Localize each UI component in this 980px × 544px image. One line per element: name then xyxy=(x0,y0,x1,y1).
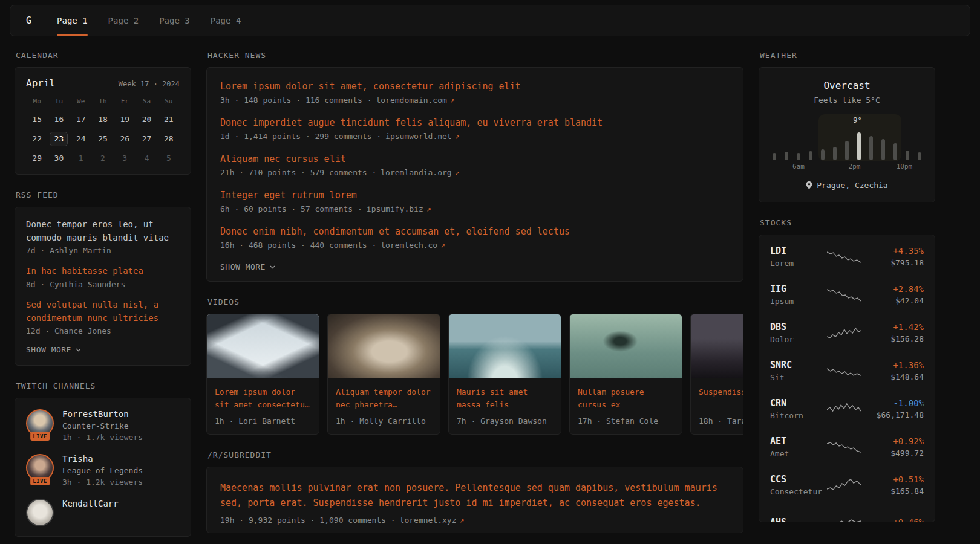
hn-domain-link[interactable]: loremdomain.com↗ xyxy=(376,96,454,105)
hn-story-link[interactable]: Aliquam nec cursus elit xyxy=(220,154,730,164)
stock-sparkline xyxy=(827,248,861,265)
video-info: Mauris sit amet massa felis 7h · Grayson… xyxy=(449,378,561,434)
weather-feels-like: Feels like 5°C xyxy=(771,96,923,105)
channel-name: Trisha xyxy=(62,454,143,464)
weather-time-axis: 6am 2pm 10pm xyxy=(771,163,923,171)
rss-item-link[interactable]: Donec tempor eros leo, ut commodo mauris… xyxy=(26,218,180,244)
channel-game: Counter-Strike xyxy=(62,421,143,430)
calendar-day-number: 21 xyxy=(160,113,178,128)
calendar-day-number: 25 xyxy=(94,132,112,147)
calendar-day-next-month: 2 xyxy=(92,151,114,166)
stock-row[interactable]: IIG Ipsum +2.84% $42.04 xyxy=(770,276,924,314)
stock-change: +1.42% xyxy=(866,322,924,332)
video-card[interactable]: Aliquam tempor dolor nec pharetra… 1h · … xyxy=(327,314,440,435)
stock-values: +2.84% $42.04 xyxy=(866,284,924,305)
calendar-day: 29 xyxy=(26,151,48,166)
calendar-day: 22 xyxy=(26,132,48,146)
calendar-day-number: 5 xyxy=(160,152,178,166)
stock-id: SNRC Sit xyxy=(770,360,822,382)
stock-row[interactable]: AET Amet +0.92% $499.72 xyxy=(770,428,924,466)
video-info: Aliquam tempor dolor nec pharetra… 1h · … xyxy=(328,378,440,434)
stock-ticker: LDI xyxy=(770,245,822,256)
video-thumbnail xyxy=(570,314,682,378)
hn-story: Donec imperdiet augue tincidunt felis al… xyxy=(220,117,730,141)
stock-values: +0.51% $165.84 xyxy=(866,474,924,496)
rss-item-meta: 12d · Chance Jones xyxy=(26,326,180,335)
hn-show-more-button[interactable]: SHOW MORE xyxy=(220,262,730,271)
section-title-calendar: CALENDAR xyxy=(16,51,190,60)
twitch-section: TWITCH CHANNELS LIVE ForrestBurton Count… xyxy=(15,381,191,537)
stock-id: AET Amet xyxy=(770,436,822,458)
channel-viewers: 3h · 1.2k viewers xyxy=(62,478,143,487)
reddit-domain-link[interactable]: loremnet.xyz↗ xyxy=(400,516,465,525)
tab-page-2[interactable]: Page 2 xyxy=(108,5,139,36)
video-card[interactable]: Nullam posuere cursus ex 17h · Stefan Co… xyxy=(569,314,682,435)
stock-values: -1.00% $66,171.48 xyxy=(866,398,924,419)
rss-show-more-button[interactable]: SHOW MORE xyxy=(26,345,180,354)
channel-info: KendallCarr xyxy=(62,499,119,526)
twitch-channel[interactable]: LIVE ForrestBurton Counter-Strike 1h · 1… xyxy=(26,409,180,442)
video-meta: 17h · Stefan Cole xyxy=(578,416,674,426)
stock-change: +4.35% xyxy=(866,246,924,256)
hackernews-widget: Lorem ipsum dolor sit amet, consectetur … xyxy=(206,67,743,282)
calendar-day: 27 xyxy=(136,132,157,146)
hn-domain-link[interactable]: ipsumworld.net↗ xyxy=(385,132,459,141)
hn-story-link[interactable]: Integer eget rutrum lorem xyxy=(220,190,730,201)
stock-name: Ipsum xyxy=(770,297,822,306)
rss-item-link[interactable]: In hac habitasse platea xyxy=(26,265,180,278)
twitch-channel[interactable]: KendallCarr xyxy=(26,499,180,526)
app-logo[interactable]: G xyxy=(21,5,36,36)
calendar-day-number: 23 xyxy=(50,132,68,146)
video-meta: 18h · Tara xyxy=(699,416,743,426)
stock-price: $66,171.48 xyxy=(866,410,924,419)
calendar-day-number: 24 xyxy=(72,132,90,147)
calendar-day-number: 18 xyxy=(94,113,112,128)
video-card[interactable]: Mauris sit amet massa felis 7h · Grayson… xyxy=(448,314,561,435)
hackernews-section: HACKER NEWS Lorem ipsum dolor sit amet, … xyxy=(206,51,743,282)
tab-page-4[interactable]: Page 4 xyxy=(211,5,241,36)
weather-bar xyxy=(918,152,921,160)
hn-story-link[interactable]: Donec imperdiet augue tincidunt felis al… xyxy=(220,117,730,128)
stock-values: +1.42% $156.28 xyxy=(866,322,924,343)
stock-row[interactable]: SNRC Sit +1.36% $148.64 xyxy=(770,352,924,390)
stock-ticker: DBS xyxy=(770,322,822,332)
calendar-day-next-month: 3 xyxy=(114,151,136,166)
twitch-channel[interactable]: LIVE Trisha League of Legends 3h · 1.2k … xyxy=(26,454,180,487)
video-card[interactable]: Lorem ipsum dolor sit amet consectetu… 1… xyxy=(206,314,319,435)
show-more-label: SHOW MORE xyxy=(26,345,71,354)
stock-row[interactable]: AHS +0.46% xyxy=(770,504,924,522)
stock-ticker: AET xyxy=(770,436,822,447)
stock-row[interactable]: CCS Consectetur +0.51% $165.84 xyxy=(770,466,924,504)
hn-meta-text: 3h · 148 points · 116 comments · xyxy=(220,96,371,105)
video-card[interactable]: Suspendisse diam 18h · Tara xyxy=(690,314,743,435)
stocks-section: STOCKS LDI Lorem +4.35% $795.18 IIG xyxy=(759,218,935,522)
stock-row[interactable]: DBS Dolor +1.42% $156.28 xyxy=(770,314,924,352)
hn-domain-link[interactable]: loremtech.co↗ xyxy=(381,241,445,250)
weather-time-label: 2pm xyxy=(849,163,861,170)
hn-domain-link[interactable]: ipsumify.biz↗ xyxy=(367,204,431,213)
weather-bar xyxy=(785,152,788,160)
calendar-day: 15 xyxy=(26,112,48,127)
calendar-day-number: 30 xyxy=(50,152,68,166)
weather-bar xyxy=(881,139,885,160)
hn-story-link[interactable]: Donec enim nibh, condimentum et accumsan… xyxy=(220,226,730,237)
stock-id: DBS Dolor xyxy=(770,322,822,344)
hn-domain-link[interactable]: loremlandia.org↗ xyxy=(381,168,459,177)
weather-chart: 9° 6am 2pm 10pm xyxy=(771,115,923,171)
weather-condition: Overcast xyxy=(771,80,923,91)
stock-sparkline xyxy=(827,477,861,494)
stock-ticker: SNRC xyxy=(770,360,822,371)
video-thumbnail xyxy=(328,314,440,378)
reddit-domain: loremnet.xyz xyxy=(400,516,457,525)
tab-page-3[interactable]: Page 3 xyxy=(159,5,190,36)
tab-page-1[interactable]: Page 1 xyxy=(57,5,88,36)
twitch-widget: LIVE ForrestBurton Counter-Strike 1h · 1… xyxy=(15,398,191,537)
stock-row[interactable]: LDI Lorem +4.35% $795.18 xyxy=(770,238,924,276)
rss-item-link[interactable]: Sed volutpat nulla nisl, a condimentum n… xyxy=(26,299,180,325)
video-info: Nullam posuere cursus ex 17h · Stefan Co… xyxy=(570,378,682,434)
stock-values: +1.36% $148.64 xyxy=(866,360,924,381)
weather-time-label: 10pm xyxy=(897,163,913,170)
reddit-post-link[interactable]: Maecenas mollis pulvinar erat non posuer… xyxy=(220,481,730,511)
stock-row[interactable]: CRN Bitcorn -1.00% $66,171.48 xyxy=(770,390,924,428)
hn-story-link[interactable]: Lorem ipsum dolor sit amet, consectetur … xyxy=(220,81,730,92)
